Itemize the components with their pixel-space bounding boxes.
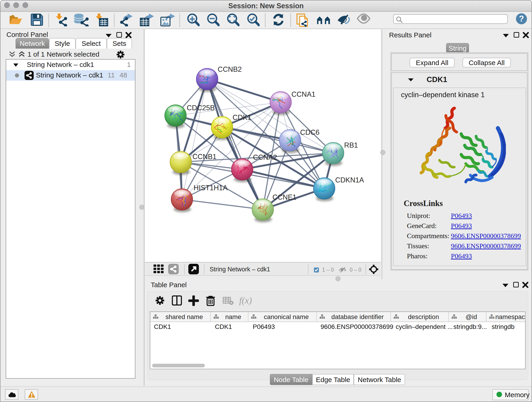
svg-text:RB1: RB1 (344, 141, 358, 149)
svg-text:CDKN1A: CDKN1A (335, 176, 364, 184)
svg-text:CDC25B: CDC25B (187, 104, 215, 112)
svg-text:CCNB1: CCNB1 (192, 153, 216, 161)
svg-text:CDK1: CDK1 (233, 114, 252, 121)
svg-text:CDC6: CDC6 (300, 128, 319, 136)
svg-text:HIST1H1A: HIST1H1A (194, 184, 228, 192)
svg-text:CCNB2: CCNB2 (218, 65, 242, 73)
svg-text:CCNE1: CCNE1 (272, 193, 297, 201)
svg-text:CCNA2: CCNA2 (253, 153, 277, 161)
svg-text:CCNA1: CCNA1 (291, 90, 316, 98)
